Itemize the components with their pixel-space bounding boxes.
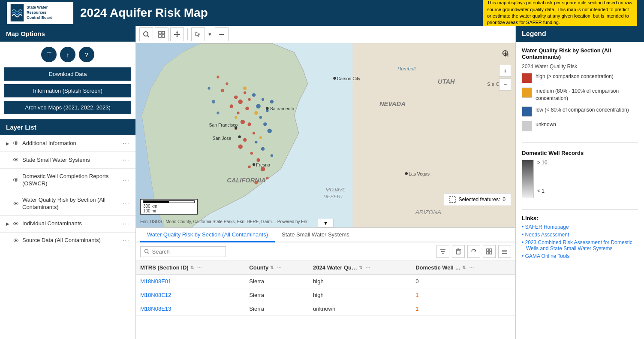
help-icon-button[interactable]: ? <box>79 47 94 62</box>
data-table: MTRS (Section ID) ⇅ ··· County ⇅ ··· <box>136 261 515 316</box>
svg-rect-3 <box>159 31 161 34</box>
legend-gradient-max: > 10 <box>537 160 548 166</box>
legend-domestic-well-section: Domestic Well Records > 10 < 1 <box>516 145 644 208</box>
filter-icon-button[interactable]: ⊤ <box>41 47 57 62</box>
svg-rect-6 <box>162 35 165 37</box>
map-attribution: Esri, USGS | Mono County, California Sta… <box>140 219 430 224</box>
svg-line-84 <box>148 252 149 254</box>
logo: State Water Resources Control Board <box>7 2 73 24</box>
table-row: M18N08E01 Sierra high 0 <box>136 275 515 288</box>
grid-view-button[interactable] <box>498 245 511 258</box>
search-tool-button[interactable] <box>139 27 153 41</box>
layer-label: Individual Contaminants <box>22 220 123 227</box>
bottom-panel: Water Quality Risk by Section (All Conta… <box>136 227 515 339</box>
bottom-panel-collapse-button[interactable]: ▼ <box>318 219 334 227</box>
column-options-dots[interactable]: ··· <box>197 264 202 271</box>
column-domestic-well[interactable]: Domestic Well … ⇅ ··· <box>411 261 515 275</box>
search-box[interactable] <box>140 246 226 257</box>
layer-visibility-icon: 👁 <box>13 157 19 163</box>
north-arrow-icon[interactable]: ⊕ <box>502 48 509 58</box>
svg-point-29 <box>253 132 255 134</box>
zoom-out-button[interactable]: − <box>499 79 511 91</box>
layer-options-dots[interactable]: ··· <box>123 176 129 184</box>
archived-maps-button[interactable]: Archived Maps (2021, 2022, 2023) <box>4 101 131 114</box>
layer-options-dots[interactable]: ··· <box>123 139 129 147</box>
mtrs-link[interactable]: M18N08E13 <box>140 306 171 312</box>
layer-list-title: Layer List <box>0 119 135 135</box>
column-mtrs[interactable]: MTRS (Section ID) ⇅ ··· <box>136 261 245 275</box>
layer-domestic-well[interactable]: 👁 Domestic Well Completion Reports (OSWC… <box>0 169 135 192</box>
layer-options-dots[interactable]: ··· <box>123 200 129 208</box>
legend-title: Legend <box>516 26 644 42</box>
svg-marker-13 <box>196 32 200 37</box>
download-data-button[interactable]: Download Data <box>4 67 131 81</box>
svg-text:Humbolt: Humbolt <box>397 66 416 71</box>
column-options-dots[interactable]: ··· <box>366 264 370 271</box>
needs-assessment-link[interactable]: Needs Assessment <box>522 232 638 238</box>
svg-point-83 <box>144 249 148 253</box>
search-input[interactable] <box>152 248 222 255</box>
county-cell: Sierra <box>245 302 309 316</box>
legend-item-high: high (> comparison concentration) <box>522 73 638 83</box>
safer-homepage-link[interactable]: SAFER Homepage <box>522 224 638 230</box>
svg-rect-4 <box>162 31 165 34</box>
tab-state-small[interactable]: State Small Water Systems <box>275 228 356 242</box>
svg-point-46 <box>259 116 262 119</box>
gama-link[interactable]: GAMA Online Tools <box>522 253 638 259</box>
information-button[interactable]: Information (Splash Screen) <box>4 84 131 97</box>
svg-rect-82 <box>450 197 456 203</box>
move-tool-button[interactable] <box>170 27 184 41</box>
svg-text:MOJAVE: MOJAVE <box>326 187 346 192</box>
zoom-in-button[interactable]: + <box>499 65 511 77</box>
refresh-button[interactable] <box>467 245 480 258</box>
share-icon-button[interactable]: ↑ <box>60 47 75 62</box>
layer-water-quality[interactable]: 👁 Water Quality Risk by Section (All Con… <box>0 192 135 216</box>
column-water-quality[interactable]: 2024 Water Qu… ⇅ ··· <box>309 261 411 275</box>
column-options-dots[interactable]: ··· <box>277 264 282 271</box>
combined-risk-link[interactable]: 2023 Combined Risk Assessment for Domest… <box>522 239 638 251</box>
legend-dw-section-title: Domestic Well Records <box>522 150 638 156</box>
legend-wq-subsection-title: 2024 Water Quality Risk <box>522 64 638 70</box>
legend-divider <box>522 142 638 143</box>
column-county[interactable]: County ⇅ ··· <box>245 261 309 275</box>
svg-point-57 <box>254 111 258 115</box>
table-row: M18N08E12 Sierra high 1 <box>136 288 515 302</box>
grid-tool-button[interactable] <box>155 27 169 41</box>
layer-options-dots[interactable]: ··· <box>123 156 129 164</box>
select-tool-button[interactable] <box>191 27 205 41</box>
clear-selection-button[interactable] <box>215 27 229 41</box>
svg-text:S: S <box>487 82 490 87</box>
legend-high-swatch <box>522 73 532 83</box>
sort-arrow-icon: ⇅ <box>190 265 194 270</box>
svg-rect-95 <box>490 252 492 254</box>
layer-state-small[interactable]: 👁 State Small Water Systems ··· <box>0 152 135 169</box>
svg-point-59 <box>333 77 336 79</box>
svg-text:San Francisco: San Francisco <box>209 123 238 127</box>
layer-options-dots[interactable]: ··· <box>123 220 129 228</box>
layer-additional-info[interactable]: ▶ 👁 Additional Information ··· <box>0 135 135 152</box>
tab-water-quality[interactable]: Water Quality Risk by Section (All Conta… <box>140 228 275 242</box>
svg-point-58 <box>259 136 262 139</box>
bottom-tabs: Water Quality Risk by Section (All Conta… <box>136 228 515 242</box>
water-quality-cell: unknown <box>309 302 411 316</box>
svg-rect-88 <box>457 250 460 254</box>
logo-wave-icon <box>10 4 24 21</box>
filter-results-button[interactable] <box>436 245 449 258</box>
svg-marker-9 <box>176 31 178 33</box>
view-options-button[interactable] <box>483 245 496 258</box>
column-options-dots[interactable]: ··· <box>469 264 474 271</box>
map-view[interactable]: Carson City Sacramento San Francisco San… <box>136 43 515 227</box>
county-cell: Sierra <box>245 275 309 288</box>
layer-source-data[interactable]: 👁 Source Data (All Contaminants) ··· <box>0 233 135 249</box>
layer-options-dots[interactable]: ··· <box>123 237 129 245</box>
svg-text:Carson City: Carson City <box>337 76 361 81</box>
legend-unknown-swatch <box>522 121 532 131</box>
layer-label: Additional Information <box>22 140 123 147</box>
mtrs-link[interactable]: M18N08E01 <box>140 278 171 285</box>
layer-individual[interactable]: ▶ 👁 Individual Contaminants ··· <box>0 216 135 233</box>
svg-point-24 <box>237 112 239 114</box>
mtrs-link[interactable]: M18N08E12 <box>140 292 171 298</box>
delete-selected-button[interactable] <box>452 245 465 258</box>
svg-point-38 <box>226 82 228 85</box>
select-tool-dropdown[interactable]: ▼ <box>208 32 212 37</box>
